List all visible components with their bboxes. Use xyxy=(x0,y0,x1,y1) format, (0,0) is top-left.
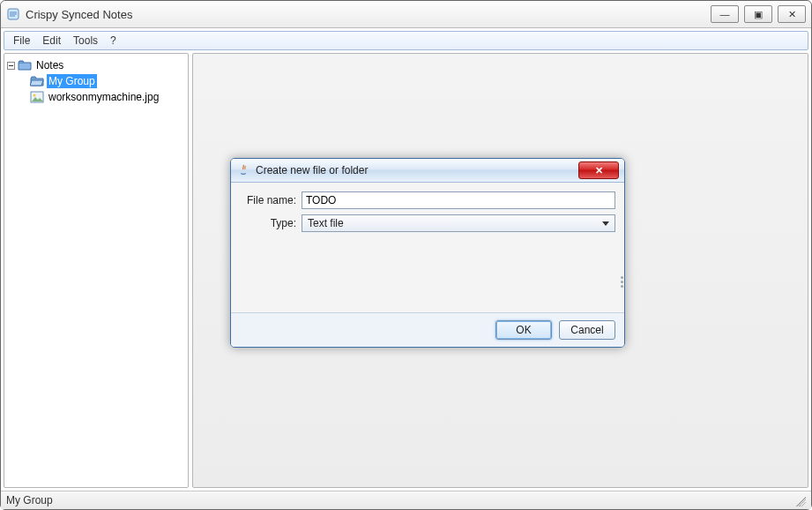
dialog-button-bar: OK Cancel xyxy=(231,312,624,347)
svg-point-4 xyxy=(34,94,36,97)
type-combobox-value: Text file xyxy=(308,217,344,229)
close-icon: ✕ xyxy=(788,9,796,20)
image-file-icon xyxy=(30,91,44,103)
app-icon xyxy=(6,7,20,21)
filename-label: File name: xyxy=(240,194,296,206)
menu-tools[interactable]: Tools xyxy=(68,33,103,49)
statusbar-text: My Group xyxy=(6,494,53,506)
folder-open-icon xyxy=(30,75,44,87)
window-maximize-button[interactable]: ▣ xyxy=(744,5,772,23)
dialog-body: File name: Type: Text file xyxy=(231,183,624,312)
tree-root[interactable]: Notes xyxy=(6,57,186,73)
dialog-titlebar[interactable]: Create new file or folder ✕ xyxy=(231,159,624,183)
cancel-button[interactable]: Cancel xyxy=(559,320,615,340)
ok-button[interactable]: OK xyxy=(495,320,552,340)
filename-input[interactable] xyxy=(302,191,615,209)
tree-root-label: Notes xyxy=(34,58,65,72)
dialog-close-button[interactable]: ✕ xyxy=(578,161,619,179)
create-file-dialog: Create new file or folder ✕ File name: T… xyxy=(230,158,625,348)
menubar: File Edit Tools ? xyxy=(4,31,808,50)
filename-row: File name: xyxy=(240,191,615,209)
minimize-icon: — xyxy=(720,9,730,19)
tree: Notes My Group worksonmymach xyxy=(4,54,188,109)
menu-edit[interactable]: Edit xyxy=(37,33,66,49)
dialog-title: Create new file or folder xyxy=(256,164,368,176)
window-close-button[interactable]: ✕ xyxy=(778,5,806,23)
window-minimize-button[interactable]: — xyxy=(711,5,739,23)
java-icon xyxy=(236,163,250,177)
app-window: Crispy Synced Notes — ▣ ✕ File Edit Tool… xyxy=(0,0,812,510)
tree-item-label: worksonmymachine.jpg xyxy=(47,90,160,104)
type-row: Type: Text file xyxy=(240,214,615,232)
statusbar: My Group xyxy=(1,491,811,509)
dialog-resize-grip[interactable] xyxy=(620,271,624,292)
resize-grip-icon[interactable] xyxy=(793,494,806,506)
app-title: Crispy Synced Notes xyxy=(26,8,132,21)
menu-file[interactable]: File xyxy=(8,33,35,49)
folder-icon xyxy=(18,59,32,71)
tree-item-image[interactable]: worksonmymachine.jpg xyxy=(6,89,186,105)
type-combobox[interactable]: Text file xyxy=(302,214,615,232)
menu-help[interactable]: ? xyxy=(105,33,122,49)
titlebar: Crispy Synced Notes — ▣ ✕ xyxy=(1,1,811,28)
sidebar-tree[interactable]: Notes My Group worksonmymach xyxy=(4,53,189,488)
tree-toggle-icon[interactable] xyxy=(6,61,16,71)
close-icon: ✕ xyxy=(595,165,603,176)
maximize-icon: ▣ xyxy=(754,9,763,20)
type-label: Type: xyxy=(240,217,296,229)
tree-item-label: My Group xyxy=(47,74,97,88)
tree-item-folder[interactable]: My Group xyxy=(6,73,186,89)
